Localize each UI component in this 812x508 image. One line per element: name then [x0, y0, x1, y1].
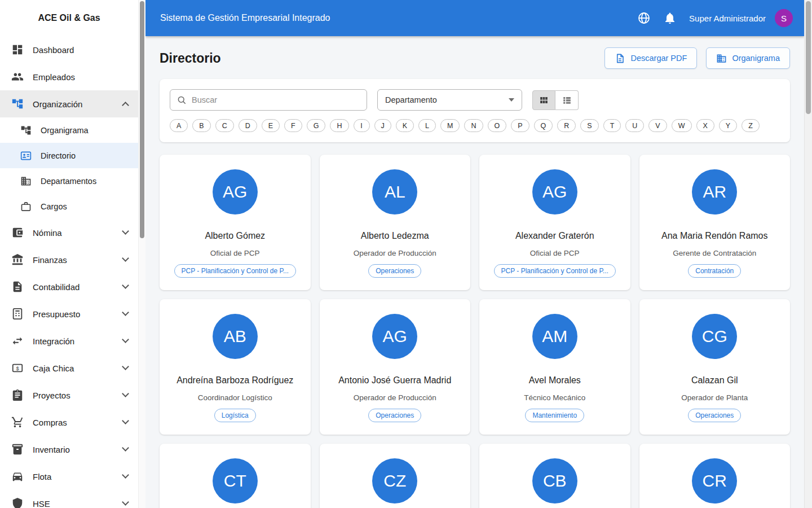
alphabet-letter-button[interactable]: R — [557, 119, 576, 132]
grid-view-button[interactable] — [532, 90, 555, 110]
organigrama-button[interactable]: Organigrama — [706, 47, 790, 69]
employee-card[interactable]: AR Ana Maria Rendón Ramos Gerente de Con… — [639, 155, 791, 290]
alphabet-letter-button[interactable]: S — [580, 119, 598, 132]
sidebar-item-dashboard[interactable]: Dashboard — [0, 36, 138, 63]
sidebar-item-contabilidad[interactable]: Contabilidad — [0, 273, 138, 300]
sidebar-item-proyectos[interactable]: Proyectos — [0, 382, 138, 409]
chevron-icon — [122, 227, 129, 235]
sidebar-item-cargos[interactable]: Cargos — [0, 194, 138, 219]
chevron-icon — [122, 498, 129, 506]
sidebar-item-departamentos[interactable]: Departamentos — [0, 168, 138, 194]
app-root: ACE Oil & Gas Dashboard Empleados Organ — [0, 0, 812, 508]
sidebar-scrollbar[interactable] — [138, 0, 145, 508]
app-title: Sistema de Gestión Empresarial Integrado — [160, 13, 330, 23]
alphabet-letter-button[interactable]: C — [215, 119, 234, 132]
sidebar-item-empleados[interactable]: Empleados — [0, 63, 138, 90]
department-select[interactable]: Departamento — [377, 89, 522, 111]
employee-card[interactable]: AL Alberto Ledezma Operador de Producció… — [320, 155, 471, 290]
people-icon — [11, 71, 24, 83]
alphabet-letter-button[interactable]: X — [696, 119, 714, 132]
alphabet-letter-button[interactable]: V — [648, 119, 667, 132]
employee-card[interactable]: AM Avel Morales Técnico Mecánico Manteni… — [479, 299, 630, 435]
user-name: Super Administrador — [689, 14, 766, 23]
alphabet-letter-button[interactable]: E — [262, 119, 280, 132]
alphabet-letter-button[interactable]: W — [672, 119, 692, 132]
page-title: Directorio — [160, 51, 221, 66]
alphabet-letter-button[interactable]: P — [511, 119, 529, 132]
sidebar-item-integracion[interactable]: Integración — [0, 327, 138, 354]
sidebar-item-inventario[interactable]: Inventario — [0, 436, 138, 463]
alphabet-letter-button[interactable]: F — [284, 119, 302, 132]
sidebar-item-finanzas[interactable]: Finanzas — [0, 246, 138, 273]
user-menu[interactable]: Super Administrador S — [689, 9, 793, 27]
budget-icon — [11, 308, 24, 320]
alphabet-letter-button[interactable]: B — [192, 119, 210, 132]
employee-card[interactable]: AG Alberto Gómez Oficial de PCP PCP - Pl… — [160, 155, 311, 290]
avatar: AR — [692, 169, 737, 214]
sidebar-item-label: Departamentos — [41, 177, 96, 186]
building-icon — [20, 176, 32, 187]
sidebar-item-label: Empleados — [33, 72, 75, 82]
employee-card[interactable]: CT — [160, 444, 311, 508]
sidebar-item-organigrama[interactable]: Organigrama — [0, 117, 138, 143]
alphabet-letter-button[interactable]: N — [464, 119, 483, 132]
employee-card[interactable]: CZ — [320, 444, 471, 508]
alphabet-letter-button[interactable]: O — [488, 119, 507, 132]
org-tree-icon — [20, 125, 32, 136]
alphabet-letter-button[interactable]: Q — [534, 119, 553, 132]
clipboard-icon — [11, 389, 24, 401]
sidebar-item-label: Integración — [33, 336, 74, 346]
sidebar-item-label: Presupuesto — [33, 309, 80, 319]
search-input[interactable] — [192, 95, 360, 104]
employee-card[interactable]: CB — [479, 444, 630, 508]
action-button-label: Descargar PDF — [630, 54, 687, 63]
sidebar-item-directorio[interactable]: Directorio — [0, 143, 138, 168]
avatar: AB — [213, 314, 258, 359]
alphabet-letter-button[interactable]: Z — [742, 119, 760, 132]
user-avatar[interactable]: S — [775, 9, 793, 27]
bell-icon[interactable] — [663, 11, 677, 25]
list-view-button[interactable] — [555, 90, 579, 110]
employee-name: Avel Morales — [488, 375, 621, 386]
alphabet-letter-button[interactable]: A — [170, 119, 188, 132]
brand-title: ACE Oil & Gas — [0, 0, 138, 36]
sidebar-item-nomina[interactable]: Nómina — [0, 219, 138, 246]
sidebar-item-flota[interactable]: Flota — [0, 463, 138, 490]
employee-title: Oficial de PCP — [169, 248, 302, 258]
globe-icon[interactable] — [637, 11, 651, 25]
page-scrollbar[interactable] — [804, 0, 812, 508]
alphabet-letter-button[interactable]: H — [330, 119, 348, 132]
department-badge: Operaciones — [368, 264, 421, 278]
employee-card[interactable]: AG Antonio José Guerra Madrid Operador d… — [320, 299, 471, 435]
employee-card[interactable]: AG Alexander Graterón Oficial de PCP PCP… — [479, 155, 630, 290]
alphabet-letter-button[interactable]: U — [625, 119, 644, 132]
sidebar-item-caja-chica[interactable]: Caja Chica — [0, 354, 138, 382]
sidebar-item-organizacion[interactable]: Organización — [0, 90, 138, 117]
employee-title: Técnico Mecánico — [488, 393, 621, 402]
page-scrollbar-thumb[interactable] — [806, 1, 811, 114]
sidebar-scrollbar-thumb[interactable] — [140, 1, 144, 238]
chevron-icon — [122, 282, 129, 289]
contact-card-icon — [20, 150, 32, 161]
alphabet-letter-button[interactable]: G — [307, 119, 326, 132]
sidebar-item-hse[interactable]: HSE — [0, 490, 138, 508]
alphabet-letter-button[interactable]: T — [603, 119, 621, 132]
sidebar-item-presupuesto[interactable]: Presupuesto — [0, 300, 138, 327]
descargar-pdf-button[interactable]: Descargar PDF — [604, 47, 697, 69]
alphabet-letter-button[interactable]: K — [396, 119, 414, 132]
employee-card[interactable]: CR — [639, 444, 791, 508]
employee-grid: AG Alberto Gómez Oficial de PCP PCP - Pl… — [160, 155, 790, 508]
employee-card[interactable]: AB Andreína Barboza Rodríguez Coordinado… — [160, 299, 311, 435]
alphabet-letter-button[interactable]: M — [440, 119, 460, 132]
sidebar-item-compras[interactable]: Compras — [0, 409, 138, 436]
alphabet-letter-button[interactable]: D — [239, 119, 257, 132]
sidebar-item-label: Compras — [33, 418, 67, 427]
employee-card[interactable]: CG Calazan Gil Operador de Planta Operac… — [639, 299, 791, 435]
page-header: Directorio Descargar PDF Organigrama — [160, 47, 790, 69]
alphabet-letter-button[interactable]: Y — [719, 119, 737, 132]
alphabet-letter-button[interactable]: L — [418, 119, 436, 132]
briefcase-icon — [20, 201, 32, 212]
alphabet-letter-button[interactable]: J — [374, 119, 391, 132]
sidebar-item-label: Finanzas — [33, 255, 67, 265]
alphabet-letter-button[interactable]: I — [354, 119, 370, 132]
